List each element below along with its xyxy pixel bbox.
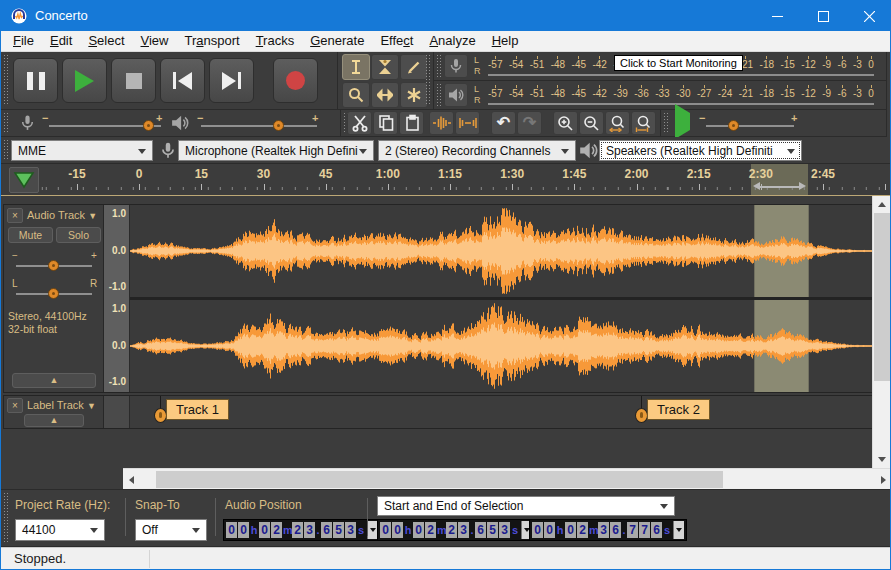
playback-meter-toolbar[interactable]: L R -57-54-51-48-45-42-39-36-33-30-27-24…	[434, 81, 887, 110]
skip-to-end-button[interactable]	[209, 58, 254, 103]
playback-device-select[interactable]: Speakers (Realtek High Definiti	[599, 140, 802, 161]
toolbar-grip[interactable]	[3, 55, 9, 106]
toolbar-grip[interactable]	[425, 55, 431, 106]
snap-to-select[interactable]: Off	[135, 519, 207, 541]
multi-tool-button[interactable]	[400, 82, 428, 108]
audio-position-field[interactable]: 00h02m23.653s	[223, 519, 381, 541]
toolbar-grip[interactable]	[436, 84, 442, 106]
close-track-button[interactable]: ×	[7, 208, 23, 223]
toolbar-grip[interactable]	[663, 113, 669, 133]
redo-button[interactable]: ↷	[517, 111, 542, 135]
horizontal-scrollbar[interactable]	[123, 468, 891, 489]
playback-volume-slider[interactable]	[201, 125, 317, 127]
label-text[interactable]: Track 1	[166, 399, 229, 420]
waveform-channel-right[interactable]	[130, 300, 875, 392]
close-track-button[interactable]: ×	[7, 398, 23, 413]
selection-tool-button[interactable]	[342, 54, 370, 80]
slider-thumb[interactable]	[143, 120, 154, 131]
menu-item-help[interactable]: Help	[484, 31, 527, 51]
collapse-track-button[interactable]: ▲	[12, 373, 96, 388]
zoom-tool-button[interactable]	[342, 82, 370, 108]
time-field-dropdown-arrow[interactable]	[673, 521, 684, 539]
record-button[interactable]	[273, 58, 318, 103]
undo-button[interactable]: ↶	[491, 111, 516, 135]
label-track-content[interactable]: Track 1Track 2	[130, 396, 875, 428]
menu-item-edit[interactable]: Edit	[42, 31, 80, 51]
menu-item-generate[interactable]: Generate	[302, 31, 372, 51]
waveform-channel-left[interactable]	[130, 205, 875, 297]
cut-button[interactable]	[347, 111, 372, 135]
play-button[interactable]	[62, 58, 107, 103]
scroll-left-button[interactable]	[123, 469, 140, 490]
stop-button[interactable]	[111, 58, 156, 103]
meter-tick: -33	[655, 85, 669, 99]
slider-thumb[interactable]	[48, 288, 59, 299]
playback-meter-speaker-button[interactable]	[444, 83, 468, 107]
trim-audio-button[interactable]	[429, 111, 454, 135]
time-shift-tool-button[interactable]	[371, 82, 399, 108]
selection-range-mode-select[interactable]: Start and End of Selection	[377, 496, 675, 516]
skip-to-start-button[interactable]	[160, 58, 205, 103]
time-char: 3	[304, 522, 315, 538]
draw-tool-button[interactable]	[400, 54, 428, 80]
zoom-out-button[interactable]	[579, 111, 604, 135]
snap-to-label: Snap-To	[135, 498, 180, 512]
toolbar-grip[interactable]	[436, 55, 442, 77]
zoom-in-button[interactable]	[553, 111, 578, 135]
vertical-scrollbar-thumb[interactable]	[874, 213, 890, 381]
menu-item-effect[interactable]: Effect	[372, 31, 421, 51]
silence-audio-button[interactable]	[455, 111, 480, 135]
scroll-right-button[interactable]	[875, 469, 891, 490]
envelope-tool-button[interactable]	[371, 54, 399, 80]
slider-thumb[interactable]	[48, 260, 59, 271]
selection-start-field[interactable]: 00h02m23.653s	[377, 519, 535, 541]
slider-thumb[interactable]	[273, 120, 284, 131]
toolbar-grip[interactable]	[3, 140, 9, 160]
zoom-selection-button[interactable]	[605, 111, 630, 135]
scroll-down-button[interactable]	[873, 451, 891, 468]
recording-device-select[interactable]: Microphone (Realtek High Defini	[178, 140, 374, 161]
label-track-title[interactable]: Label Track ▼	[27, 398, 96, 414]
meter-tick: -45	[572, 85, 586, 99]
copy-button[interactable]	[373, 111, 398, 135]
play-at-speed-button[interactable]	[675, 113, 690, 131]
horizontal-scrollbar-thumb[interactable]	[156, 471, 723, 488]
pause-button[interactable]	[13, 58, 58, 103]
recording-channels-select[interactable]: 2 (Stereo) Recording Channels	[378, 140, 576, 161]
play-speed-slider[interactable]	[706, 125, 794, 127]
toolbar-grip[interactable]	[3, 493, 9, 543]
gain-slider[interactable]	[16, 265, 92, 267]
label-text[interactable]: Track 2	[647, 399, 710, 420]
menu-item-file[interactable]: File	[5, 31, 42, 51]
zoom-fit-button[interactable]	[631, 111, 656, 135]
vertical-scrollbar[interactable]	[872, 196, 890, 468]
recording-volume-slider[interactable]	[49, 125, 161, 127]
maximize-button[interactable]	[800, 1, 846, 31]
collapse-track-button[interactable]: ▲	[24, 414, 84, 427]
toolbar-grip[interactable]	[3, 113, 9, 133]
recording-meter-toolbar[interactable]: L R -57-54-51-48-45-42-39-36-33-30-27-24…	[434, 52, 887, 81]
vertical-ruler[interactable]: 1.0 0.0 -1.0 1.0 0.0 -1.0	[104, 205, 130, 392]
solo-button[interactable]: Solo	[56, 227, 101, 243]
recording-meter-mic-button[interactable]	[444, 54, 468, 78]
minimize-button[interactable]	[754, 1, 800, 31]
menu-item-select[interactable]: Select	[80, 31, 132, 51]
scroll-up-button[interactable]	[873, 196, 891, 213]
pan-slider[interactable]	[16, 293, 92, 295]
menu-item-view[interactable]: View	[133, 31, 177, 51]
audio-track-title[interactable]: Audio Track ▼	[27, 208, 97, 224]
audio-host-select[interactable]: MME	[11, 140, 153, 161]
plus-label: +	[156, 113, 162, 124]
mute-button[interactable]: Mute	[8, 227, 53, 243]
selection-drag-arrow[interactable]	[753, 182, 806, 191]
menu-item-transport[interactable]: Transport	[176, 31, 247, 51]
project-rate-select[interactable]: 44100	[15, 519, 105, 541]
paste-button[interactable]	[399, 111, 424, 135]
selection-end-field[interactable]: 00h02m36.776s	[529, 519, 687, 541]
menu-item-analyze[interactable]: Analyze	[421, 31, 483, 51]
close-button[interactable]	[846, 1, 891, 31]
slider-thumb[interactable]	[728, 120, 739, 131]
timeline-ruler[interactable]: -1501530451:001:151:301:452:002:152:302:…	[1, 164, 890, 196]
title-bar[interactable]: Concerto	[1, 1, 890, 31]
menu-item-tracks[interactable]: Tracks	[248, 31, 303, 51]
